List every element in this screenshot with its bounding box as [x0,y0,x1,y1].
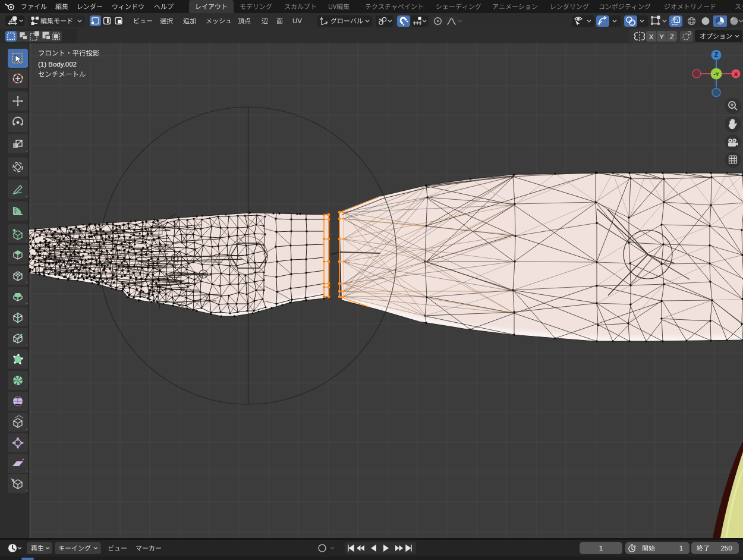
svg-text:Z: Z [714,52,718,58]
svg-text:1: 1 [599,545,603,552]
svg-text:-Y: -Y [714,71,719,77]
svg-text:(1) Body.002: (1) Body.002 [38,61,77,68]
svg-text:X: X [649,33,654,40]
svg-text:Z: Z [670,33,674,40]
svg-text:UV: UV [292,17,302,24]
svg-text:X: X [734,71,738,77]
svg-text:1: 1 [679,545,683,552]
svg-text:250: 250 [720,545,732,552]
svg-text:Y: Y [659,33,664,40]
